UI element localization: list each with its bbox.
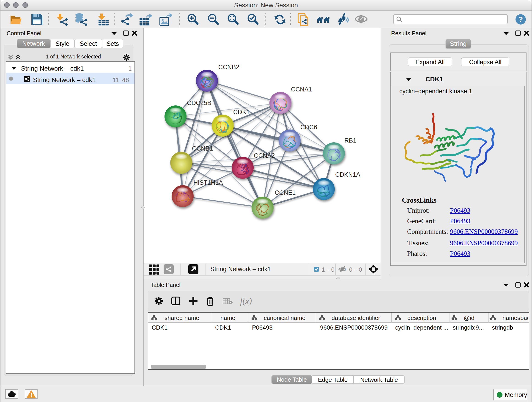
svg-text:HIST1H1A: HIST1H1A (193, 179, 223, 186)
svg-text:CCNB2: CCNB2 (218, 64, 239, 70)
svg-text:CDC6: CDC6 (300, 124, 317, 131)
svg-text:RB1: RB1 (344, 137, 356, 144)
svg-text:CCNA2: CCNA2 (254, 152, 275, 159)
svg-text:CDC25B: CDC25B (187, 99, 211, 106)
svg-text:CCNA1: CCNA1 (291, 86, 312, 93)
svg-text:CDK1: CDK1 (233, 109, 250, 115)
svg-text:CDKN1A: CDKN1A (335, 171, 360, 178)
svg-text:CCNE1: CCNE1 (275, 189, 296, 196)
svg-text:CCNB1: CCNB1 (192, 145, 213, 152)
